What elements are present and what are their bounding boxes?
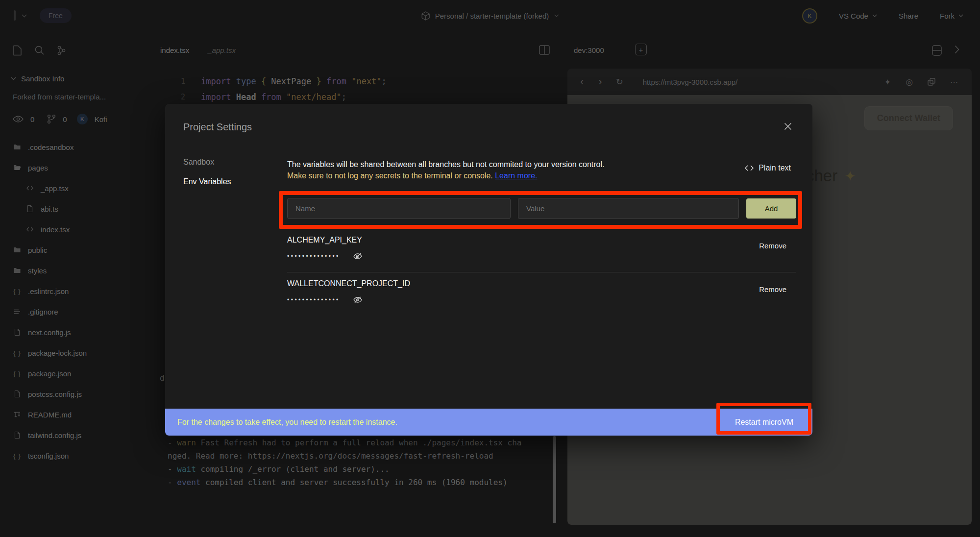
env-var-masked-value: ••••••••••••••	[287, 253, 340, 260]
env-var-masked-value: ••••••••••••••	[287, 296, 340, 303]
eye-slash-icon[interactable]	[353, 296, 363, 304]
env-description-warning: Make sure to not log any secrets to the …	[287, 170, 728, 181]
restart-banner-message: For the changes to take effect, you need…	[177, 418, 397, 427]
env-var-list: ALCHEMY_API_KEY••••••••••••••RemoveWALLE…	[287, 229, 796, 316]
close-icon[interactable]	[784, 122, 792, 130]
remove-env-button[interactable]: Remove	[759, 242, 786, 250]
settings-nav-env-variables[interactable]: Env Variables	[183, 177, 231, 186]
env-var-row: WALLETCONNECT_PROJECT_ID••••••••••••••Re…	[287, 272, 796, 316]
env-description: The variables will be shared between all…	[287, 159, 728, 181]
codesandbox-app: Free Personal / starter-template (forked…	[0, 0, 980, 537]
eye-slash-icon[interactable]	[353, 252, 363, 260]
settings-nav: SandboxEnv Variables	[183, 158, 231, 186]
annotation-box-restart-button	[716, 403, 811, 435]
code-brackets-icon	[745, 165, 754, 171]
settings-nav-sandbox[interactable]: Sandbox	[183, 158, 231, 167]
env-var-name: ALCHEMY_API_KEY	[287, 236, 796, 244]
project-settings-modal: Project Settings SandboxEnv Variables Th…	[165, 104, 812, 436]
plain-text-label: Plain text	[759, 164, 791, 172]
annotation-box-env-add-row	[279, 191, 802, 229]
remove-env-button[interactable]: Remove	[759, 285, 786, 293]
restart-banner: For the changes to take effect, you need…	[165, 409, 812, 436]
env-description-line1: The variables will be shared between all…	[287, 159, 728, 170]
env-var-row: ALCHEMY_API_KEY••••••••••••••Remove	[287, 229, 796, 272]
env-var-name: WALLETCONNECT_PROJECT_ID	[287, 279, 796, 288]
env-var-value-line: ••••••••••••••	[287, 296, 796, 304]
modal-title: Project Settings	[183, 122, 252, 133]
learn-more-link[interactable]: Learn more.	[495, 171, 537, 180]
plain-text-toggle[interactable]: Plain text	[745, 164, 791, 172]
env-var-value-line: ••••••••••••••	[287, 252, 796, 260]
